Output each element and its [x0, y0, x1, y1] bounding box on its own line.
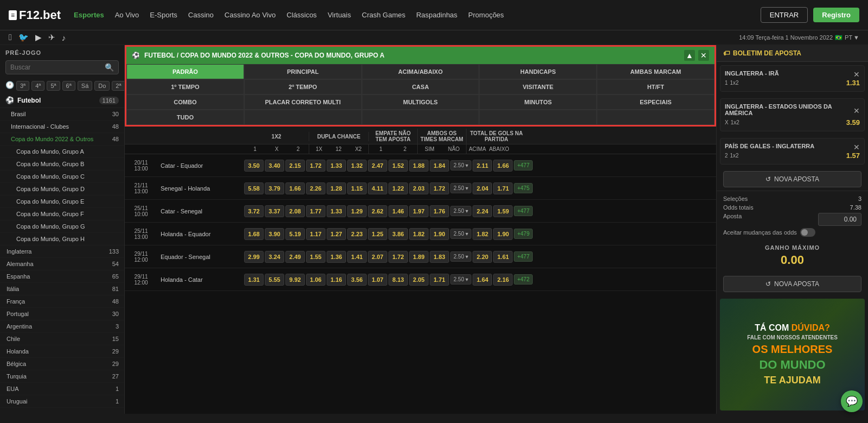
odds-0-dnb1[interactable]: 2.47 [368, 160, 387, 172]
odds-1-more[interactable]: +475 [514, 183, 533, 193]
odds-0-1[interactable]: 3.50 [244, 160, 264, 172]
odds-0-dnb2[interactable]: 1.52 [388, 160, 408, 172]
odds-4-1[interactable]: 2.99 [244, 251, 264, 263]
lang-dropdown-icon[interactable]: ▼ [853, 34, 859, 41]
odds-4-abaixo[interactable]: 1.61 [493, 251, 513, 263]
nav-esports[interactable]: E-Sports [150, 11, 177, 19]
odds-2-acima[interactable]: 2.24 [473, 205, 492, 217]
search-input[interactable] [10, 64, 105, 71]
nav-classicos[interactable]: Clássicos [286, 11, 317, 19]
filter-padrao[interactable]: PADRÃO [126, 64, 244, 79]
odds-0-more[interactable]: +477 [514, 160, 533, 171]
odds-2-dc1[interactable]: 1.77 [306, 205, 326, 217]
odds-2-1[interactable]: 3.72 [244, 205, 264, 217]
odds-0-2[interactable]: 2.15 [285, 160, 305, 172]
filter-principal[interactable]: PRINCIPAL [244, 64, 362, 79]
odds-3-nao[interactable]: 1.90 [430, 228, 449, 240]
odds-5-abaixo[interactable]: 2.16 [493, 274, 513, 286]
time-filter-6[interactable]: 6ª [62, 81, 75, 91]
odds-0-acima[interactable]: 2.11 [473, 160, 492, 172]
odds-1-nao[interactable]: 1.72 [430, 182, 449, 194]
odds-4-more[interactable]: +477 [514, 251, 533, 262]
odds-0-dc12[interactable]: 1.33 [327, 160, 346, 172]
odds-4-total-dd[interactable]: 2.50 ▾ [450, 251, 471, 262]
league-brasil[interactable]: Brasil 30 [0, 108, 124, 121]
league-grupo-d[interactable]: Copa do Mundo, Grupo D [0, 183, 124, 195]
odds-5-x[interactable]: 5.55 [265, 274, 284, 286]
odds-2-nao[interactable]: 1.76 [430, 205, 449, 217]
time-filter-4[interactable]: 4ª [31, 81, 44, 91]
odds-0-dc1[interactable]: 1.72 [306, 160, 326, 172]
odds-3-dcx2[interactable]: 2.23 [347, 228, 367, 240]
odds-3-total-dd[interactable]: 2.50 ▾ [450, 229, 471, 239]
country-espanha[interactable]: Espanha 65 [0, 270, 124, 283]
entrar-button[interactable]: ENTRAR [761, 7, 808, 23]
collapse-button[interactable]: ▲ [684, 50, 695, 61]
country-argentina[interactable]: Argentina 3 [0, 320, 124, 333]
odds-1-dnb1[interactable]: 4.11 [368, 182, 387, 194]
chat-button[interactable]: 💬 [841, 390, 863, 412]
country-inglaterra[interactable]: Inglaterra 133 [0, 245, 124, 258]
odds-5-more[interactable]: +472 [514, 274, 533, 285]
league-grupo-a[interactable]: Copa do Mundo, Grupo A [0, 146, 124, 158]
filter-1-tempo[interactable]: 1º TEMPO [126, 79, 244, 94]
odds-5-dnb1[interactable]: 1.07 [368, 274, 387, 286]
odds-4-acima[interactable]: 2.20 [473, 251, 492, 263]
nav-cassino[interactable]: Cassino [188, 11, 214, 19]
odds-1-2[interactable]: 1.66 [285, 182, 305, 194]
country-turquia[interactable]: Turquia 27 [0, 370, 124, 383]
nav-esportes[interactable]: Esportes [74, 11, 104, 19]
aposta-input[interactable] [818, 213, 861, 226]
nav-ao-vivo[interactable]: Ao Vivo [115, 11, 139, 19]
odds-1-1[interactable]: 5.58 [244, 182, 264, 194]
country-franca[interactable]: França 48 [0, 295, 124, 308]
nav-cassino-ao-vivo[interactable]: Cassino Ao Vivo [225, 11, 276, 19]
odds-4-nao[interactable]: 1.83 [430, 251, 449, 263]
league-internacional[interactable]: Internacional - Clubes 48 [0, 121, 124, 133]
odds-3-2[interactable]: 5.19 [285, 228, 305, 240]
odds-2-more[interactable]: +477 [514, 206, 533, 216]
league-grupo-c[interactable]: Copa do Mundo, Grupo C [0, 171, 124, 183]
nav-raspadinhas[interactable]: Raspadinhas [416, 11, 457, 19]
filter-acima-abaixo[interactable]: ACIMA/ABAIXO [362, 64, 480, 79]
filter-visitante[interactable]: VISITANTE [479, 79, 597, 94]
filter-placar-correto[interactable]: PLACAR CORRETO MULTI [244, 94, 362, 110]
odds-1-dnb2[interactable]: 1.22 [388, 182, 408, 194]
odds-3-sim[interactable]: 1.82 [409, 228, 429, 240]
youtube-icon[interactable]: ▶ [35, 33, 42, 42]
odds-2-dnb1[interactable]: 2.62 [368, 205, 387, 217]
odds-1-total-dd[interactable]: 2.50 ▾ [450, 183, 471, 193]
filter-multigols[interactable]: MULTIGOLS [362, 94, 480, 110]
odds-2-x[interactable]: 3.37 [265, 205, 284, 217]
league-grupo-e[interactable]: Copa do Mundo, Grupo E [0, 195, 124, 208]
odds-4-sim[interactable]: 1.89 [409, 251, 429, 263]
odds-2-2[interactable]: 2.08 [285, 205, 305, 217]
logo[interactable]: ≡ F12.bet [9, 8, 61, 22]
tiktok-icon[interactable]: ♪ [62, 33, 66, 42]
odds-0-nao[interactable]: 1.84 [430, 160, 449, 172]
close-button[interactable]: ✕ [698, 50, 709, 61]
odds-3-1[interactable]: 1.68 [244, 228, 264, 240]
league-grupo-g[interactable]: Copa do Mundo, Grupo G [0, 220, 124, 233]
odds-4-x[interactable]: 3.24 [265, 251, 284, 263]
odds-2-dc12[interactable]: 1.33 [327, 205, 346, 217]
nav-promocoes[interactable]: Promoções [468, 11, 504, 19]
filter-casa[interactable]: CASA [362, 79, 480, 94]
odds-4-2[interactable]: 2.49 [285, 251, 305, 263]
odds-3-more[interactable]: +479 [514, 229, 533, 239]
country-portugal[interactable]: Portugal 30 [0, 308, 124, 320]
country-holanda[interactable]: Holanda 29 [0, 345, 124, 358]
odds-3-dnb1[interactable]: 1.25 [368, 228, 387, 240]
country-chile[interactable]: Chile 15 [0, 333, 124, 345]
odds-3-abaixo[interactable]: 1.90 [493, 228, 513, 240]
filter-2-tempo[interactable]: 2º TEMPO [244, 79, 362, 94]
time-filter-2[interactable]: 2ª [112, 81, 125, 91]
odds-3-acima[interactable]: 1.82 [473, 228, 492, 240]
country-eua[interactable]: EUA 1 [0, 383, 124, 395]
odds-5-dc1[interactable]: 1.06 [306, 274, 326, 286]
odds-1-sim[interactable]: 2.03 [409, 182, 429, 194]
registro-button[interactable]: Registro [813, 8, 859, 22]
time-filter-5[interactable]: 5ª [47, 81, 60, 91]
twitter-icon[interactable]: 🐦 [18, 33, 29, 42]
odds-0-sim[interactable]: 1.88 [409, 160, 429, 172]
